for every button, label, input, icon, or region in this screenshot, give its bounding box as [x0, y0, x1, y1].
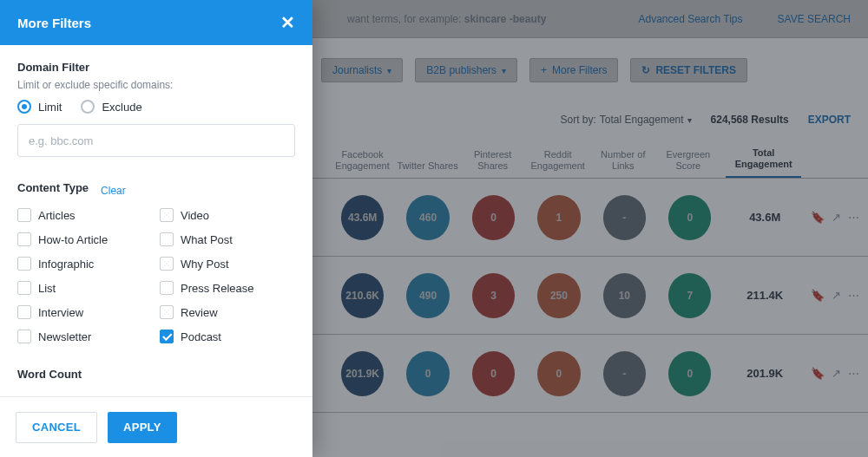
checkbox-infographic[interactable]: Infographic: [17, 257, 153, 271]
checkbox-video[interactable]: Video: [160, 208, 295, 222]
checkbox-box-icon: [160, 208, 174, 222]
checkbox-label: Newsletter: [38, 330, 91, 343]
checkbox-label: Podcast: [181, 330, 221, 343]
domain-input[interactable]: [17, 124, 295, 157]
checkbox-box-icon: [17, 305, 31, 319]
checkbox-box-icon: [17, 232, 31, 246]
modal-body: Domain Filter Limit or exclude specific …: [0, 45, 312, 396]
checkbox-label: How-to Article: [38, 233, 108, 246]
content-type-grid: ArticlesVideoHow-to ArticleWhat PostInfo…: [17, 208, 295, 343]
cancel-button[interactable]: CANCEL: [16, 412, 97, 443]
radio-limit[interactable]: Limit: [17, 100, 62, 114]
checkbox-box-icon: [160, 281, 174, 295]
word-count-heading: Word Count: [17, 368, 295, 381]
checkbox-label: Interview: [38, 306, 83, 319]
checkbox-label: List: [38, 282, 56, 295]
checkbox-label: Articles: [38, 209, 76, 222]
checkbox-box-icon: [160, 305, 174, 319]
checkbox-list[interactable]: List: [17, 281, 153, 295]
radio-dot-icon: [17, 100, 31, 114]
checkbox-box-icon: [17, 330, 31, 343]
checkbox-box-icon: [160, 257, 174, 271]
content-type-heading: Content Type: [17, 181, 89, 194]
checkbox-box-icon: [17, 257, 31, 271]
checkbox-articles[interactable]: Articles: [17, 208, 153, 222]
radio-exclude[interactable]: Exclude: [81, 100, 141, 114]
checkbox-how-to-article[interactable]: How-to Article: [17, 232, 153, 246]
checkbox-box-icon: [160, 232, 174, 246]
modal-title: More Filters: [17, 16, 91, 30]
domain-mode-radios: Limit Exclude: [17, 100, 295, 114]
radio-limit-label: Limit: [38, 101, 62, 114]
modal-footer: CANCEL APPLY: [0, 396, 312, 457]
domain-filter-sub: Limit or exclude specific domains:: [17, 79, 295, 91]
domain-filter-heading: Domain Filter: [17, 61, 295, 74]
radio-dot-icon: [81, 100, 95, 114]
content-type-clear[interactable]: Clear: [101, 185, 126, 197]
checkbox-what-post[interactable]: What Post: [160, 232, 295, 246]
checkbox-interview[interactable]: Interview: [17, 305, 153, 319]
checkbox-box-icon: [160, 330, 174, 343]
radio-exclude-label: Exclude: [102, 101, 141, 114]
close-icon[interactable]: ✕: [280, 12, 295, 33]
checkbox-label: Video: [181, 209, 209, 222]
checkbox-why-post[interactable]: Why Post: [160, 257, 295, 271]
apply-button[interactable]: APPLY: [108, 412, 177, 443]
modal-header: More Filters ✕: [0, 0, 312, 45]
word-count-section: Word Count: [17, 368, 295, 381]
more-filters-modal: More Filters ✕ Domain Filter Limit or ex…: [0, 0, 312, 457]
checkbox-label: What Post: [181, 233, 233, 246]
checkbox-newsletter[interactable]: Newsletter: [17, 330, 153, 343]
checkbox-label: Review: [181, 306, 218, 319]
checkbox-label: Press Release: [181, 282, 254, 295]
checkbox-podcast[interactable]: Podcast: [160, 330, 295, 343]
checkbox-press-release[interactable]: Press Release: [160, 281, 295, 295]
content-type-section: Content Type Clear ArticlesVideoHow-to A…: [17, 181, 295, 343]
checkbox-label: Why Post: [181, 258, 229, 271]
checkbox-box-icon: [17, 208, 31, 222]
checkbox-box-icon: [17, 281, 31, 295]
checkbox-label: Infographic: [38, 258, 94, 271]
checkbox-review[interactable]: Review: [160, 305, 295, 319]
